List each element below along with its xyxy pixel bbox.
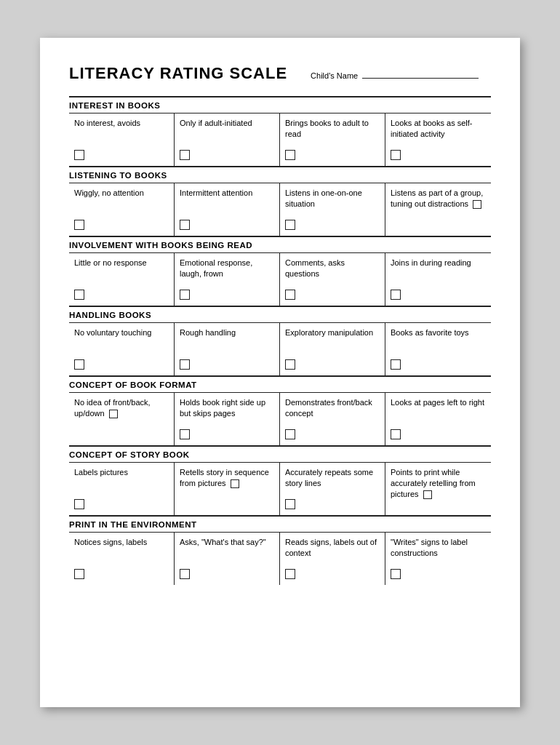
cell: Emotional response, laugh, frown — [175, 253, 280, 306]
checkbox[interactable] — [285, 499, 295, 509]
section-title-involvement: INVOLVEMENT WITH BOOKS BEING READ — [69, 237, 491, 252]
cell: Reads signs, labels out of context — [280, 533, 385, 585]
section-grid-interest: No interest, avoidsOnly if adult-initiat… — [69, 113, 491, 166]
cell: Little or no response — [69, 253, 175, 306]
cell-text: No interest, avoids — [74, 118, 169, 146]
cell: Wiggly, no attention — [69, 183, 175, 236]
cell-text: Exploratory manipulation — [285, 327, 380, 355]
checkbox-row — [391, 429, 486, 439]
cell-text: Rough handling — [180, 327, 274, 355]
checkbox[interactable] — [285, 150, 295, 160]
cell-text: Looks at books as self-initiated activit… — [391, 118, 486, 146]
section-grid-concept-story: Labels picturesRetells story in sequence… — [69, 462, 491, 515]
cell: Labels pictures — [69, 463, 175, 515]
cell: Exploratory manipulation — [280, 323, 385, 375]
cell: Points to print while accurately retelli… — [385, 463, 491, 515]
checkbox-row — [180, 569, 274, 579]
cell-text: Intermittent attention — [180, 188, 274, 215]
checkbox-row — [285, 429, 380, 439]
cell-text: Joins in during reading — [391, 258, 486, 285]
cell-text: Points to print while accurately retelli… — [391, 467, 486, 509]
cell: Only if adult-initiated — [175, 113, 280, 166]
section-involvement: INVOLVEMENT WITH BOOKS BEING READLittle … — [69, 236, 491, 306]
checkbox[interactable] — [180, 150, 190, 160]
child-name-line[interactable] — [362, 68, 479, 79]
page: LITERACY RATING SCALE Child's Name INTER… — [40, 38, 520, 707]
cell-text: Listens in one-on-one situation — [285, 188, 380, 215]
checkbox-row — [391, 150, 486, 160]
cell: Looks at pages left to right — [385, 393, 491, 445]
child-name-label: Child's Name — [311, 71, 358, 80]
section-handling: HANDLING BOOKSNo voluntary touchingRough… — [69, 306, 491, 375]
checkbox-row — [180, 429, 274, 439]
checkbox[interactable] — [473, 200, 481, 209]
cell: Brings books to adult to read — [280, 113, 385, 166]
cell: Demonstrates front/back concept — [280, 393, 385, 445]
cell: Listens as part of a group, tuning out d… — [385, 183, 491, 236]
checkbox[interactable] — [74, 499, 84, 509]
section-listening: LISTENING TO BOOKSWiggly, no attentionIn… — [69, 166, 491, 236]
checkbox[interactable] — [180, 220, 190, 230]
sections-container: INTEREST IN BOOKSNo interest, avoidsOnly… — [69, 96, 491, 585]
section-concept-format: CONCEPT OF BOOK FORMATNo idea of front/b… — [69, 375, 491, 445]
cell: Looks at books as self-initiated activit… — [385, 113, 491, 166]
cell-text: "Writes" signs to label constructions — [391, 537, 486, 565]
checkbox[interactable] — [423, 490, 432, 499]
checkbox[interactable] — [180, 429, 190, 439]
checkbox-row — [74, 499, 169, 509]
cell: Joins in during reading — [385, 253, 491, 306]
checkbox[interactable] — [74, 150, 84, 160]
checkbox[interactable] — [74, 359, 84, 370]
section-interest: INTEREST IN BOOKSNo interest, avoidsOnly… — [69, 96, 491, 166]
section-grid-handling: No voluntary touchingRough handlingExplo… — [69, 322, 491, 375]
header: LITERACY RATING SCALE Child's Name — [69, 64, 491, 83]
checkbox-row — [391, 569, 486, 579]
checkbox[interactable] — [180, 359, 190, 370]
checkbox[interactable] — [391, 359, 401, 370]
checkbox[interactable] — [74, 569, 84, 579]
checkbox[interactable] — [180, 569, 190, 579]
cell-text: Reads signs, labels out of context — [285, 537, 380, 565]
checkbox[interactable] — [109, 410, 118, 418]
checkbox-row — [285, 220, 380, 230]
checkbox-row — [74, 569, 169, 579]
checkbox[interactable] — [285, 290, 295, 300]
cell: Retells story in sequence from pictures — [175, 463, 280, 515]
checkbox[interactable] — [180, 290, 190, 300]
checkbox[interactable] — [391, 150, 401, 160]
section-title-interest: INTEREST IN BOOKS — [69, 97, 491, 113]
checkbox[interactable] — [285, 569, 295, 579]
checkbox[interactable] — [74, 290, 84, 300]
cell: No idea of front/back, up/down — [69, 393, 175, 445]
checkbox[interactable] — [285, 220, 295, 230]
checkbox-row — [285, 290, 380, 300]
cell-text: No idea of front/back, up/down — [74, 397, 169, 439]
cell: Notices signs, labels — [69, 533, 175, 585]
checkbox-row — [285, 359, 380, 370]
checkbox-row — [180, 150, 274, 160]
cell-text: Emotional response, laugh, frown — [180, 258, 274, 285]
cell-text: Notices signs, labels — [74, 537, 169, 565]
section-title-listening: LISTENING TO BOOKS — [69, 167, 491, 183]
cell: Holds book right side up but skips pages — [175, 393, 280, 445]
checkbox[interactable] — [391, 290, 401, 300]
checkbox[interactable] — [391, 429, 401, 439]
cell-text: Looks at pages left to right — [391, 397, 486, 425]
checkbox-row — [74, 220, 169, 230]
cell-text: Wiggly, no attention — [74, 188, 169, 215]
cell: No voluntary touching — [69, 323, 175, 375]
cell: Books as favorite toys — [385, 323, 491, 375]
cell-text: Retells story in sequence from pictures — [180, 467, 274, 509]
checkbox-row — [74, 359, 169, 370]
checkbox[interactable] — [231, 479, 239, 488]
checkbox[interactable] — [74, 220, 84, 230]
checkbox-row — [74, 150, 169, 160]
cell: Rough handling — [175, 323, 280, 375]
checkbox[interactable] — [285, 359, 295, 370]
cell: Listens in one-on-one situation — [280, 183, 385, 236]
checkbox[interactable] — [391, 569, 401, 579]
cell-text: Listens as part of a group, tuning out d… — [391, 188, 486, 230]
checkbox[interactable] — [285, 429, 295, 439]
cell: Accurately repeats some story lines — [280, 463, 385, 515]
cell-text: Little or no response — [74, 258, 169, 285]
